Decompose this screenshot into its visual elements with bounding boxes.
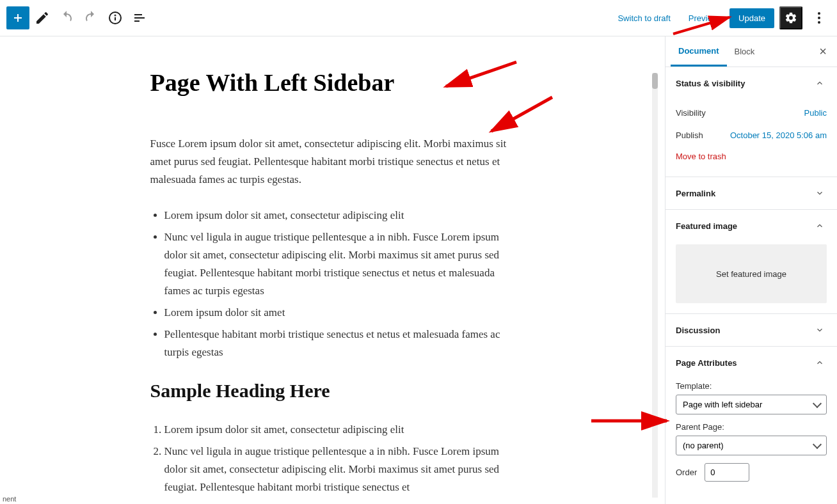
panel-featured-toggle[interactable]: Featured image (666, 210, 837, 242)
settings-gear-button[interactable] (779, 6, 802, 29)
list-item[interactable]: Nunc vel ligula in augue tristique pelle… (164, 228, 509, 300)
chevron-up-icon (813, 356, 827, 370)
panel-title: Discussion (676, 326, 720, 335)
svg-point-6 (818, 12, 820, 15)
panel-discussion: Discussion (666, 314, 837, 347)
heading-block[interactable]: Sample Heading Here (150, 380, 509, 402)
preview-button[interactable]: Preview (682, 10, 724, 27)
page-title[interactable]: Page With Left Sidebar (150, 68, 509, 97)
svg-point-2 (115, 15, 116, 16)
tab-document[interactable]: Document (671, 37, 727, 67)
update-button[interactable]: Update (729, 8, 774, 28)
top-toolbar: Switch to draft Preview Update (0, 0, 837, 36)
close-sidebar-button[interactable]: × (814, 44, 832, 59)
tab-block[interactable]: Block (727, 38, 763, 65)
more-menu-button[interactable] (808, 6, 831, 29)
panel-title: Permalink (676, 189, 715, 198)
move-to-trash-button[interactable]: Move to trash (676, 146, 827, 166)
panel-status-visibility: Status & visibility Visibility Public Pu… (666, 67, 837, 177)
panel-discussion-toggle[interactable]: Discussion (666, 314, 837, 346)
template-label: Template: (676, 381, 827, 391)
switch-to-draft-button[interactable]: Switch to draft (611, 10, 676, 27)
list-block[interactable]: Lorem ipsum dolor sit amet, consectetur … (150, 207, 509, 361)
parent-page-label: Parent Page: (676, 422, 827, 432)
settings-sidebar: Document Block × Status & visibility Vis… (665, 36, 837, 504)
paragraph-block[interactable]: Fusce Lorem ipsum dolor sit amet, consec… (150, 135, 509, 189)
publish-label: Publish (676, 130, 703, 140)
svg-rect-3 (134, 14, 142, 15)
panel-permalink-toggle[interactable]: Permalink (666, 177, 837, 209)
svg-point-7 (818, 17, 820, 19)
panel-status-toggle[interactable]: Status & visibility (666, 67, 837, 99)
publish-value[interactable]: October 15, 2020 5:06 am (730, 130, 827, 140)
list-item[interactable]: Nunc vel ligula in augue tristique pelle… (164, 443, 509, 496)
set-featured-image-button[interactable]: Set featured image (676, 244, 827, 303)
svg-rect-5 (134, 20, 140, 22)
redo-button[interactable] (79, 6, 102, 29)
list-item[interactable]: Lorem ipsum dolor sit amet, consectetur … (164, 421, 509, 439)
panel-attributes-toggle[interactable]: Page Attributes (666, 347, 837, 379)
chevron-down-icon (813, 186, 827, 200)
svg-rect-4 (134, 17, 145, 19)
editor-canvas[interactable]: Page With Left Sidebar Fusce Lorem ipsum… (0, 36, 665, 504)
chevron-up-icon (813, 219, 827, 233)
add-block-button[interactable] (6, 6, 29, 29)
undo-button[interactable] (55, 6, 78, 29)
editor-scrollbar[interactable] (652, 73, 658, 498)
info-button[interactable] (104, 6, 127, 29)
svg-point-8 (818, 21, 820, 24)
chevron-up-icon (813, 76, 827, 90)
order-label: Order (676, 468, 697, 477)
template-select[interactable]: Page with left sidebar (676, 395, 827, 414)
chevron-down-icon (813, 323, 827, 337)
list-item[interactable]: Pellentesque habitant morbi tristique se… (164, 326, 509, 361)
order-input[interactable] (705, 463, 749, 482)
parent-page-select[interactable]: (no parent) (676, 436, 827, 455)
panel-title: Featured image (676, 221, 737, 231)
edit-mode-button[interactable] (31, 6, 54, 29)
footer-fragment: nent (0, 494, 19, 504)
list-item[interactable]: Lorem ipsum dolor sit amet, consectetur … (164, 207, 509, 224)
panel-featured-image: Featured image Set featured image (666, 210, 837, 314)
panel-permalink: Permalink (666, 177, 837, 210)
outline-button[interactable] (128, 6, 151, 29)
visibility-value[interactable]: Public (804, 108, 827, 118)
sidebar-tabs: Document Block × (666, 36, 837, 67)
panel-title: Page Attributes (676, 358, 737, 368)
panel-page-attributes: Page Attributes Template: Page with left… (666, 347, 837, 492)
list-item[interactable]: Lorem ipsum dolor sit amet (164, 304, 509, 322)
panel-title: Status & visibility (676, 79, 745, 88)
visibility-label: Visibility (676, 108, 706, 118)
numbered-list-block[interactable]: Lorem ipsum dolor sit amet, consectetur … (150, 421, 509, 496)
